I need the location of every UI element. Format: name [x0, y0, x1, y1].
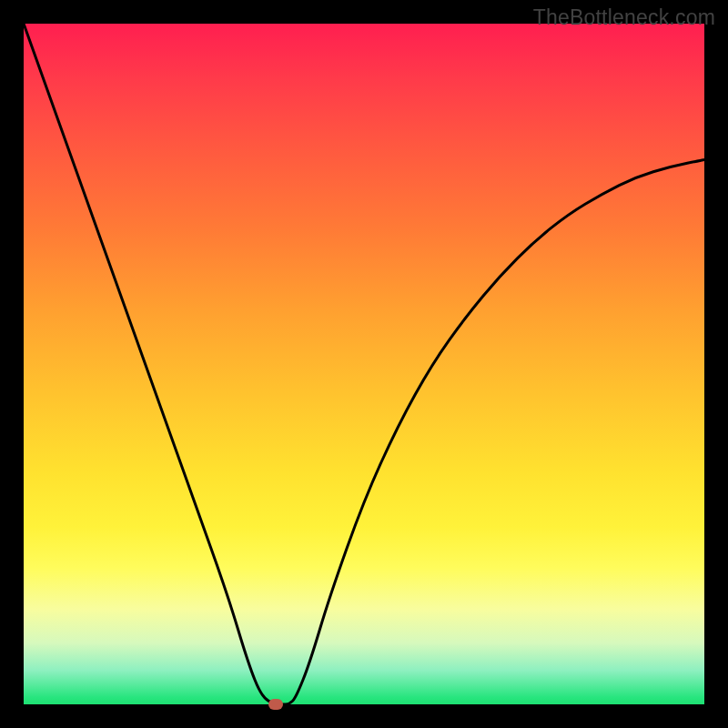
optimum-marker	[268, 699, 283, 710]
bottleneck-curve	[24, 24, 704, 704]
watermark-text: TheBottleneck.com	[533, 5, 715, 30]
chart-frame: TheBottleneck.com	[0, 0, 728, 728]
plot-area	[24, 24, 704, 704]
